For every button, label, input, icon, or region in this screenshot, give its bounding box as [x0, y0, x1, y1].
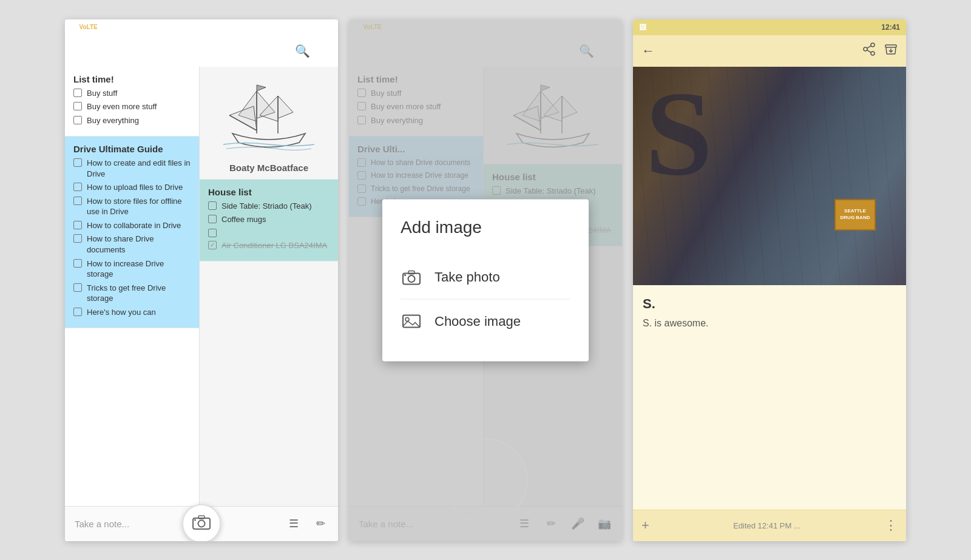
appbar-1: ☰ Notes 🔍 ☰	[65, 35, 338, 67]
choose-image-option[interactable]: Choose image	[394, 299, 577, 343]
back-icon[interactable]: ←	[641, 43, 655, 59]
list-time-note[interactable]: List time! Buy stuff Buy even more stuff…	[65, 67, 199, 137]
svg-line-20	[867, 46, 871, 48]
svg-point-17	[864, 47, 867, 51]
status-bar-3: 🖼 12:41	[633, 19, 906, 35]
list-item[interactable]: How to increase Drive storage	[73, 258, 191, 280]
svg-point-18	[871, 52, 875, 55]
list-item[interactable]: How to store files for offline use in Dr…	[73, 196, 191, 217]
drive-guide-title: Drive Ultimate Guide	[73, 144, 191, 154]
more-button[interactable]: ⋮	[884, 518, 898, 533]
item-label: Buy even more stuff	[87, 101, 157, 112]
checkbox[interactable]	[73, 158, 82, 167]
photo-sticker: SEATTLEDRUG BAND	[834, 199, 876, 231]
appbar-title-1: Notes	[93, 44, 286, 58]
list-item[interactable]: Side Table: Striado (Teak)	[208, 201, 330, 212]
note-photo: S SEATTLEDRUG BAND	[633, 67, 906, 285]
checkbox[interactable]	[208, 215, 217, 223]
boat-note[interactable]: Boaty McBoatface	[200, 67, 338, 180]
svg-rect-5	[198, 516, 205, 519]
svg-point-15	[405, 317, 409, 321]
battery-icon: ▮	[111, 23, 115, 31]
checkbox[interactable]	[73, 234, 82, 243]
checkbox[interactable]	[73, 197, 82, 205]
svg-rect-12	[408, 271, 414, 274]
take-note-placeholder[interactable]: Take a note...	[75, 519, 286, 529]
list-item[interactable]: ✓ Air Conditioner LG BSA24IMA	[208, 240, 330, 251]
camera-icon	[192, 513, 211, 535]
take-photo-option[interactable]: Take photo	[394, 255, 577, 299]
list-item[interactable]: Here's how you can	[73, 307, 191, 318]
boat-title: Boaty McBoatface	[229, 163, 308, 173]
checkbox[interactable]	[73, 259, 82, 268]
checkbox[interactable]	[73, 183, 82, 191]
note-text: S. is awesome.	[643, 318, 896, 329]
pencil-icon[interactable]: ✏	[313, 516, 328, 531]
menu-icon-1[interactable]: ☰	[73, 44, 84, 58]
edited-timestamp: Edited 12:41 PM ...	[649, 521, 884, 530]
checkbox[interactable]	[208, 229, 217, 237]
add-button[interactable]: +	[641, 518, 649, 533]
list-item[interactable]: How to create and edit files in Drive	[73, 158, 191, 179]
screens-container: ♥ VoLTE ▲ ▮ 12:39 ☰ Notes 🔍 ☰ List time!	[53, 7, 918, 553]
list-item[interactable]: Buy stuff	[73, 88, 191, 99]
content-area-1: List time! Buy stuff Buy even more stuff…	[65, 67, 338, 506]
bottom-bar-1: Take a note... ☰ ✏	[65, 506, 338, 541]
drive-guide-note[interactable]: Drive Ultimate Guide How to create and e…	[65, 137, 199, 328]
bottom-bar-3: + Edited 12:41 PM ... ⋮	[633, 510, 906, 541]
screen3: 🖼 12:41 ←	[633, 19, 906, 541]
signal-icon: ▲	[102, 24, 109, 31]
house-list-note[interactable]: House list Side Table: Striado (Teak) Co…	[200, 180, 338, 262]
item-label: Coffee mugs	[222, 214, 266, 225]
add-image-dialog: Add image Take photo	[382, 199, 589, 361]
sticker-text: SEATTLEDRUG BAND	[841, 208, 870, 221]
svg-point-6	[194, 519, 196, 521]
screen2: ♥ VoLTE ▲ ▮ 12:40 ☰ Notes 🔍 ☰ List time!	[349, 19, 622, 541]
photo-letter: S	[645, 73, 712, 194]
share-icon[interactable]	[862, 42, 876, 59]
checkbox-checked[interactable]: ✓	[208, 241, 217, 249]
checkbox[interactable]	[73, 308, 82, 316]
list-item[interactable]	[208, 228, 330, 237]
svg-point-4	[198, 520, 205, 527]
list-item[interactable]: How to collaborate in Drive	[73, 220, 191, 231]
checkbox[interactable]	[73, 221, 82, 229]
checkbox[interactable]	[73, 102, 82, 110]
col-right-1: Boaty McBoatface House list Side Table: …	[200, 67, 338, 506]
list-item[interactable]: Coffee mugs	[208, 214, 330, 225]
list-item[interactable]: Tricks to get free Drive storage	[73, 283, 191, 304]
list-item[interactable]: How to share Drive documents	[73, 234, 191, 255]
list-icon[interactable]: ☰	[286, 516, 302, 531]
item-label: How to collaborate in Drive	[87, 220, 181, 231]
choose-image-label: Choose image	[435, 313, 521, 329]
appbar-3: ←	[633, 35, 906, 67]
archive-icon[interactable]	[884, 42, 898, 59]
checkbox[interactable]	[208, 201, 217, 210]
house-list-title: House list	[208, 187, 330, 197]
item-label: How to increase Drive storage	[87, 258, 191, 280]
list-item[interactable]: Buy even more stuff	[73, 101, 191, 112]
svg-point-16	[871, 43, 875, 47]
status-bar-1: ♥ VoLTE ▲ ▮ 12:39	[65, 19, 338, 35]
image-placeholder-icon: 🖼	[639, 23, 646, 32]
col-left-1: List time! Buy stuff Buy even more stuff…	[65, 67, 200, 506]
item-label-checked: Air Conditioner LG BSA24IMA	[222, 240, 327, 251]
item-label: How to share Drive documents	[87, 234, 191, 255]
checkbox[interactable]	[73, 116, 82, 124]
list-item[interactable]: Buy everything	[73, 115, 191, 126]
wifi-icon: ♥	[71, 24, 75, 31]
checkbox[interactable]	[73, 89, 82, 97]
item-label: Tricks to get free Drive storage	[87, 283, 191, 304]
camera-fab-button[interactable]	[182, 504, 221, 541]
svg-line-19	[867, 50, 871, 52]
two-col-1: List time! Buy stuff Buy even more stuff…	[65, 67, 338, 506]
view-icon-1[interactable]: ☰	[319, 44, 330, 58]
item-label: Here's how you can	[87, 307, 156, 318]
take-photo-label: Take photo	[435, 269, 500, 285]
search-icon-1[interactable]: 🔍	[295, 44, 310, 58]
checkbox[interactable]	[73, 283, 82, 292]
item-label: How to create and edit files in Drive	[87, 158, 191, 179]
status-icons-3: 🖼	[639, 23, 646, 32]
dialog-title: Add image	[394, 217, 577, 237]
list-item[interactable]: How to upload files to Drive	[73, 182, 191, 193]
